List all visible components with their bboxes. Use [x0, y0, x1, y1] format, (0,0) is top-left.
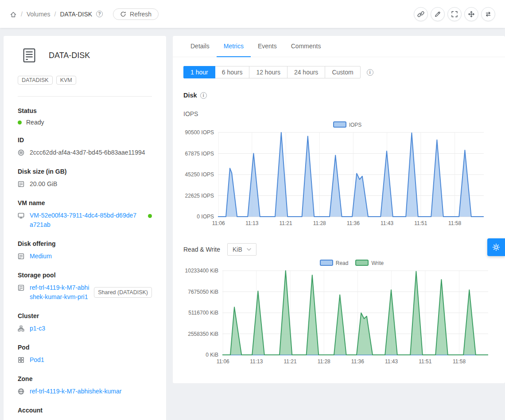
iops-chart-title: IOPS [183, 110, 494, 117]
breadcrumb-volumes[interactable]: Volumes [27, 11, 50, 18]
svg-text:11:36: 11:36 [347, 220, 360, 226]
svg-text:11:21: 11:21 [279, 220, 292, 226]
pod-grid-icon [18, 357, 24, 363]
time-range-custom[interactable]: Custom [325, 66, 360, 78]
svg-text:7675050 KiB: 7675050 KiB [188, 289, 218, 295]
time-range-row: 1 hour 6 hours 12 hours 24 hours Custom … [183, 66, 494, 78]
expand-icon [451, 11, 458, 18]
refresh-button[interactable]: Refresh [113, 8, 159, 20]
time-range-12hours[interactable]: 12 hours [249, 66, 287, 78]
svg-text:11:13: 11:13 [245, 220, 258, 226]
svg-text:11:43: 11:43 [381, 220, 393, 226]
time-range-24hours[interactable]: 24 hours [287, 66, 325, 78]
readwrite-header: Read & Write KiB [183, 243, 494, 256]
resize-volume-button[interactable] [447, 7, 462, 21]
svg-text:22625 IOPS: 22625 IOPS [185, 193, 214, 199]
field-cluster: Cluster p1-c3 [18, 312, 152, 333]
svg-text:10233400 KiB: 10233400 KiB [185, 268, 218, 274]
tag-row: DATADISK KVM [18, 76, 152, 85]
time-range-group: 1 hour 6 hours 12 hours 24 hours Custom [183, 66, 361, 78]
field-pod: Pod Pod1 [18, 344, 152, 365]
pod-link[interactable]: Pod1 [30, 355, 44, 365]
gear-icon [492, 243, 500, 251]
field-label: Pod [18, 344, 152, 351]
svg-text:45250 IOPS: 45250 IOPS [185, 171, 214, 178]
volume-detail-card: DATA-DISK DATADISK KVM Status Ready ID 2… [4, 36, 166, 420]
field-account: Account admin [18, 407, 152, 420]
time-range-1hour[interactable]: 1 hour [183, 66, 215, 78]
svg-text:11:51: 11:51 [419, 358, 431, 365]
edit-icon [434, 11, 441, 18]
disk-section-title: Disk [183, 92, 197, 99]
svg-text:11:21: 11:21 [284, 358, 296, 365]
field-label: Cluster [18, 312, 152, 319]
field-label: ID [18, 136, 152, 144]
metrics-card: Details Metrics Events Comments 1 hour 6… [173, 36, 505, 383]
desktop-icon [18, 212, 24, 219]
svg-text:11:06: 11:06 [212, 220, 225, 226]
home-icon[interactable] [10, 11, 17, 18]
field-vm-name: VM name VM-52e00f43-7911-4dc4-85bd-d69de… [18, 199, 152, 229]
storage-scope-badge: Shared (DATADISK) [94, 287, 152, 298]
status-dot-icon [18, 121, 22, 124]
vm-name-link[interactable]: VM-52e00f43-7911-4dc4-85bd-d69de7a721ab [30, 211, 138, 229]
resource-header: DATA-DISK [18, 47, 152, 63]
move-icon [468, 11, 475, 18]
readwrite-title: Read & Write [183, 246, 220, 253]
zone-link[interactable]: ref-trl-4119-k-M7-abhishek-kumar [30, 387, 121, 396]
edit-volume-button[interactable] [431, 7, 445, 21]
field-disk-offering: Disk offering Medium [18, 240, 152, 261]
svg-text:11:36: 11:36 [351, 358, 364, 365]
tab-metrics[interactable]: Metrics [217, 36, 251, 57]
refresh-label: Refresh [130, 11, 152, 18]
iops-chart: IOPS11:0611:1311:2111:2811:3611:4311:511… [183, 121, 494, 229]
unit-select[interactable]: KiB [227, 243, 256, 256]
refresh-icon [120, 11, 126, 17]
account-link[interactable]: admin [30, 418, 47, 420]
time-range-6hours[interactable]: 6 hours [215, 66, 250, 78]
svg-text:67875 IOPS: 67875 IOPS [185, 151, 214, 157]
svg-text:11:58: 11:58 [453, 358, 466, 365]
field-label: Disk size (in GB) [18, 168, 152, 175]
storage-pool-link[interactable]: ref-trl-4119-k-M7-abhishek-kumar-kvm-pri… [30, 283, 89, 302]
tab-events[interactable]: Events [251, 36, 284, 57]
time-range-info-icon[interactable]: i [367, 69, 373, 76]
disk-info-icon[interactable]: i [200, 92, 207, 99]
move-volume-button[interactable] [464, 7, 478, 21]
chevron-down-icon [247, 248, 251, 251]
svg-text:0 KiB: 0 KiB [206, 352, 218, 358]
field-zone: Zone ref-trl-4119-k-M7-abhishek-kumar [18, 375, 152, 396]
tab-comments[interactable]: Comments [284, 36, 328, 57]
cluster-icon [18, 325, 24, 332]
field-status: Status Ready [18, 107, 152, 126]
storage-icon [18, 284, 24, 291]
svg-text:11:13: 11:13 [250, 358, 263, 365]
disk-offering-link[interactable]: Medium [30, 252, 52, 261]
svg-text:11:43: 11:43 [385, 358, 398, 365]
svg-text:11:06: 11:06 [217, 358, 229, 365]
hdd-icon [18, 181, 24, 187]
tab-details[interactable]: Details [183, 36, 217, 57]
field-label: Disk offering [18, 240, 152, 247]
page-title: DATA-DISK [49, 51, 90, 60]
attach-volume-button[interactable] [414, 7, 428, 21]
tab-bar: Details Metrics Events Comments [173, 36, 505, 57]
tag-datadisk: DATADISK [18, 76, 53, 85]
barcode-icon [18, 149, 24, 156]
hdd-icon [18, 253, 24, 260]
migrate-volume-button[interactable] [481, 7, 495, 21]
cluster-link[interactable]: p1-c3 [30, 324, 45, 333]
readwrite-chart: ReadWrite11:0611:1311:2111:2811:3611:431… [183, 259, 494, 367]
volume-icon [21, 47, 37, 63]
tag-kvm: KVM [56, 76, 76, 85]
svg-text:2558350 KiB: 2558350 KiB [188, 331, 218, 337]
status-value: Ready [26, 119, 44, 126]
field-label: Zone [18, 375, 152, 382]
settings-button[interactable] [487, 238, 505, 256]
help-icon[interactable]: ? [96, 11, 103, 17]
field-label: Storage pool [18, 272, 152, 279]
svg-text:11:58: 11:58 [448, 220, 461, 226]
divider [18, 96, 152, 97]
breadcrumb-current: DATA-DISK [60, 11, 92, 18]
disk-section-header: Disk i [183, 92, 494, 99]
